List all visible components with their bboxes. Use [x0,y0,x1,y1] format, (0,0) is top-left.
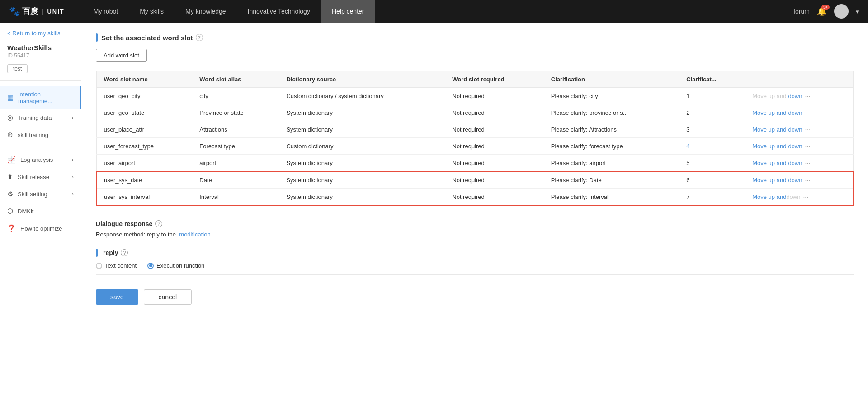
row-order: 3 [679,121,745,138]
more-options-icon[interactable]: ··· [805,92,810,99]
row-required: Not required [445,138,544,155]
table-row: user_geo_citycityCustom dictionary / sys… [96,88,853,104]
move-down-link[interactable]: down [788,126,802,133]
row-slot-name: user_geo_city [96,88,192,104]
move-down-link[interactable]: down [788,109,802,116]
row-alias: Forecast type [192,138,279,155]
row-slot-name: user_geo_state [96,104,192,121]
move-down-link[interactable]: down [788,160,802,166]
more-options-icon[interactable]: ··· [805,159,810,166]
row-clarification: Please clarify: Date [544,171,679,189]
sidebar-menu: ▦ Intention manageme... ◎ Training data … [0,85,81,239]
more-options-icon[interactable]: ··· [803,193,808,200]
nav-item-my-robot[interactable]: My robot [83,0,129,23]
row-dict-source: Custom dictionary [279,138,445,155]
sidebar-item-label-log: Log analysis [20,156,53,163]
table-row: user_sys_intervalIntervalSystem dictiona… [96,189,853,206]
table-row: user_forecast_typeForecast typeCustom di… [96,138,853,155]
sidebar: Return to my skills WeatherSkills ID 554… [0,23,81,420]
table-row: user_sys_dateDateSystem dictionaryNot re… [96,171,853,189]
sidebar-item-dmkit[interactable]: ⬡ DMKit [0,203,81,220]
add-word-slot-button[interactable]: Add word slot [96,49,147,62]
row-order: 6 [679,171,745,189]
move-down-link[interactable]: down [788,93,802,99]
sidebar-divider [0,80,81,81]
save-button[interactable]: save [96,289,138,305]
sidebar-item-intention[interactable]: ▦ Intention manageme... [0,86,81,109]
col-clarificat: Clarificat... [679,71,745,88]
radio-text-circle [96,263,102,269]
move-up-link[interactable]: Move up and [752,143,786,150]
dmkit-icon: ⬡ [7,207,13,215]
cancel-button[interactable]: cancel [144,289,192,305]
col-actions [745,71,853,88]
nav-forum-link[interactable]: forum [793,8,810,15]
nav-dropdown-icon[interactable]: ▾ [856,8,859,15]
help-icon[interactable]: ? [196,34,203,41]
nav-item-my-knowledge[interactable]: My knowledge [175,0,237,23]
chevron-right-icon-3: › [72,174,74,179]
col-required: Word slot required [445,71,544,88]
more-options-icon[interactable]: ··· [805,176,810,184]
radio-exec-label: Execution function [156,262,204,269]
logo-brand-text: 百度 [22,6,38,17]
nav-item-help-center[interactable]: Help center [321,0,375,23]
avatar[interactable] [834,4,849,19]
training-icon: ◎ [7,113,13,122]
sidebar-item-setting[interactable]: ⚙ Skill setting › [0,185,81,203]
row-alias: Date [192,171,279,189]
skill-name: WeatherSkills [7,44,74,52]
reply-help-icon[interactable]: ? [121,249,128,256]
row-order: 4 [679,138,745,155]
nav-bell-icon[interactable]: 🔔 3+ [817,6,827,16]
sidebar-item-label-release: Skill release [18,174,49,180]
dialogue-desc: Response method: reply to the modificati… [96,231,854,238]
dialogue-desc-text: Response method: reply to the [96,231,176,238]
row-clarification: Please clarify: city [544,88,679,104]
row-clarification: Please clarify: Interval [544,189,679,206]
reply-options: Text content Execution function [96,262,854,269]
radio-text-content[interactable]: Text content [96,262,137,269]
row-alias: airport [192,155,279,172]
col-clarification: Clarification [544,71,679,88]
sidebar-back-link[interactable]: Return to my skills [0,23,81,40]
row-order: 2 [679,104,745,121]
col-dict: Dictionary source [279,71,445,88]
row-dict-source: Custom dictionary / system dictionary [279,88,445,104]
move-up-link[interactable]: Move up and [752,109,786,116]
move-up-link[interactable]: Move up and [752,160,786,166]
radio-execution-function[interactable]: Execution function [147,262,204,269]
dialogue-modification-link[interactable]: modification [179,231,210,238]
reply-title: reply [103,249,118,256]
row-required: Not required [445,171,544,189]
row-order: 5 [679,155,745,172]
nav-item-my-skills[interactable]: My skills [129,0,175,23]
more-options-icon[interactable]: ··· [805,126,810,133]
sidebar-item-training[interactable]: ◎ Training data › [0,109,81,126]
sidebar-item-label-dmkit: DMKit [18,208,33,215]
move-up-link[interactable]: Move up and [752,177,786,184]
move-down-link[interactable]: down [786,193,800,200]
row-alias: Interval [192,189,279,206]
sidebar-item-log[interactable]: 📈 Log analysis › [0,151,81,168]
dialogue-help-icon[interactable]: ? [155,220,162,227]
col-alias: Word slot alias [192,71,279,88]
table-body: user_geo_citycityCustom dictionary / sys… [96,88,853,206]
bottom-buttons: save cancel [96,289,854,305]
sidebar-item-optimize[interactable]: ❓ How to optimize [0,220,81,237]
bell-badge: 3+ [821,5,830,10]
main-content: Set the associated word slot ? Add word … [81,23,868,420]
layout: Return to my skills WeatherSkills ID 554… [0,23,868,420]
sidebar-item-release[interactable]: ⬆ Skill release › [0,168,81,185]
move-down-link[interactable]: down [788,177,802,184]
nav-item-innovative[interactable]: Innovative Technology [237,0,321,23]
row-actions: Move up anddown··· [745,104,853,121]
more-options-icon[interactable]: ··· [805,142,810,150]
move-down-link[interactable]: down [788,143,802,150]
move-up-link[interactable]: Move up and [752,193,786,200]
sidebar-item-skill-training[interactable]: ⊕ skill training [0,126,81,143]
move-up-link[interactable]: Move up and [752,126,786,133]
move-up-link[interactable]: Move up and [752,93,786,99]
more-options-icon[interactable]: ··· [805,109,810,116]
dialogue-response-section: Dialogue response ? Response method: rep… [96,220,854,238]
